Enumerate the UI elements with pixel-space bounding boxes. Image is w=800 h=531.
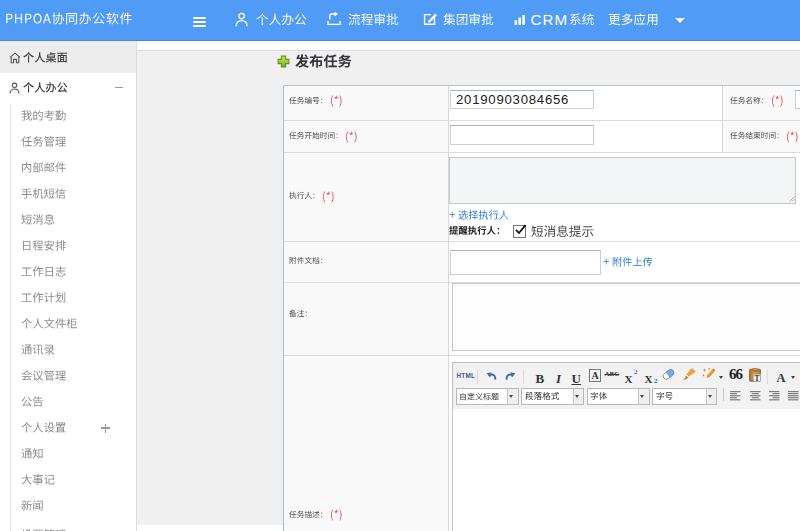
svg-text:T: T <box>754 374 759 382</box>
